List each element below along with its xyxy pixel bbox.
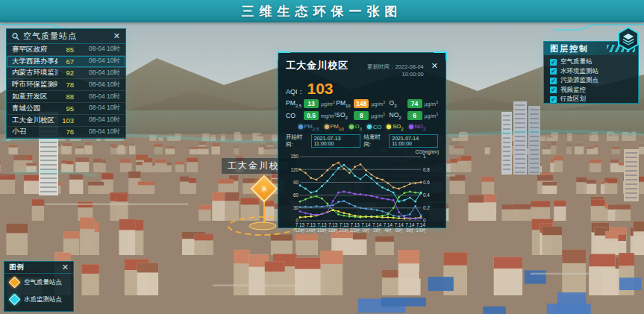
station-time: 08-04 10时 <box>74 128 120 136</box>
pollutant-unit: µg/m3 <box>371 100 384 107</box>
layer-label: 水环境监测站 <box>560 67 598 76</box>
station-row[interactable]: 如意开发区8808-04 10时 <box>7 91 125 103</box>
svg-text:7.142时: 7.142时 <box>372 222 382 233</box>
map-legend-label: 水质监测站点 <box>24 295 62 304</box>
legend-item[interactable]: CO <box>367 123 381 131</box>
pollutant-value-badge: 6 <box>407 111 422 120</box>
update-time-label: 更新时间： <box>367 63 396 70</box>
checkbox-icon[interactable]: ✓ <box>550 68 557 75</box>
time-range-row: 开始时间: 2021-07-13 11:00:00 结束时间: 2021-07-… <box>286 134 438 148</box>
svg-text:150: 150 <box>290 154 298 159</box>
update-time: 更新时间：2022-08-04 10:00:00 <box>348 63 424 78</box>
map-legend-panel: 图例 ✕ 空气质量站点水质监测站点 <box>4 261 74 312</box>
checkbox-icon[interactable]: ✓ <box>550 96 557 103</box>
station-row[interactable]: 内蒙古环境监测站9208-04 10时 <box>7 68 125 80</box>
windmill-glyph: ✳ <box>260 184 269 194</box>
popup-header: 工大金川校区 更新时间：2022-08-04 10:00:00 ✕ <box>286 59 438 78</box>
pollutant-cell: CO0.5mg/m3 <box>286 111 336 120</box>
pollutant-cell: NO26µg/m3 <box>390 111 438 120</box>
svg-text:60: 60 <box>293 192 299 197</box>
svg-text:7.148时: 7.148时 <box>405 222 415 233</box>
end-time-input[interactable]: 2021-07-14 11:00:00 <box>389 134 438 148</box>
layer-toggle-row[interactable]: ✓视频监控 <box>550 86 632 95</box>
layer-toggle-row[interactable]: ✓行政区划 <box>550 95 632 104</box>
svg-text:7.1318时: 7.1318时 <box>328 222 338 233</box>
station-row[interactable]: 赛罕区政府8508-04 10时 <box>7 44 125 56</box>
station-row[interactable]: 工大金川校区10308-04 10时 <box>7 115 125 127</box>
app-header: 三维生态环保一张图 <box>0 0 644 22</box>
map-legend-header: 图例 ✕ <box>4 262 73 274</box>
close-icon[interactable]: ✕ <box>431 62 438 70</box>
close-icon[interactable]: ✕ <box>113 32 120 40</box>
station-row[interactable]: 小召7608-04 10时 <box>7 127 125 139</box>
pollutant-name: O3 <box>390 99 407 108</box>
checkbox-icon[interactable]: ✓ <box>550 59 557 66</box>
station-name: 赛罕区政府 <box>12 45 57 54</box>
station-aqi-value: 88 <box>57 92 74 101</box>
pollutant-unit: µg/m3 <box>425 112 438 119</box>
aqi-value: 103 <box>307 80 334 98</box>
layer-rows: ✓空气质量站✓水环境监测站✓污染源监测点✓视频监控✓行政区划 <box>544 55 638 107</box>
legend-item[interactable]: O3 <box>349 123 362 131</box>
legend-dot <box>349 125 354 129</box>
aqi-readout: AQI： 103 <box>286 80 438 98</box>
legend-dot <box>298 125 303 129</box>
station-rows: 赛罕区政府8508-04 10时大学西路办事处6708-04 10时内蒙古环境监… <box>7 44 125 138</box>
map-legend-item[interactable]: 水质监测站点 <box>4 291 73 308</box>
pollutant-value-badge: 0.5 <box>304 111 319 120</box>
legend-item[interactable]: SO2 <box>387 123 403 131</box>
svg-text:7.1410时: 7.1410时 <box>416 222 425 233</box>
layer-label: 空气质量站 <box>560 57 593 66</box>
station-time: 08-04 10时 <box>74 104 120 113</box>
aqi-label: AQI： <box>286 87 304 97</box>
layer-toggle-row[interactable]: ✓空气质量站 <box>550 57 632 67</box>
pollutant-name: SO2 <box>336 111 354 120</box>
pollutant-trend-chart: 030609012015000.20.40.60.81CO(mg/m³)7.13… <box>286 150 440 238</box>
station-aqi-value: 78 <box>57 81 74 89</box>
layer-toggle-row[interactable]: ✓污染源监测点 <box>550 76 632 86</box>
layers-hexagon-icon[interactable] <box>617 27 640 54</box>
close-icon[interactable]: ✕ <box>62 263 69 271</box>
start-time-input[interactable]: 2021-07-13 11:00:00 <box>311 134 360 148</box>
station-time: 08-04 10时 <box>74 57 120 66</box>
svg-text:1: 1 <box>423 154 426 159</box>
pollutant-unit: µg/m3 <box>425 100 438 107</box>
station-row[interactable]: 青城公园9508-04 10时 <box>7 103 125 115</box>
layer-toggle-row[interactable]: ✓水环境监测站 <box>550 67 632 77</box>
pollutant-unit: µg/m3 <box>371 112 384 119</box>
station-aqi-value: 103 <box>57 116 74 125</box>
station-time: 08-04 10时 <box>74 92 120 101</box>
svg-text:0.8: 0.8 <box>423 166 430 172</box>
legend-item[interactable]: PM10 <box>325 123 344 131</box>
legend-label: CO <box>373 124 381 131</box>
station-name: 小召 <box>12 127 57 136</box>
legend-item[interactable]: PM2.5 <box>298 123 319 131</box>
station-row[interactable]: 大学西路办事处6708-04 10时 <box>7 56 125 68</box>
svg-text:0.2: 0.2 <box>423 205 430 210</box>
station-list-panel: 空气质量站点 ✕ 赛罕区政府8508-04 10时大学西路办事处6708-04 … <box>6 28 126 139</box>
start-time-label: 开始时间: <box>286 134 307 148</box>
checkbox-icon[interactable]: ✓ <box>550 87 557 93</box>
station-list-header: 空气质量站点 ✕ <box>7 29 125 44</box>
legend-item[interactable]: NO2 <box>409 123 426 131</box>
station-aqi-value: 76 <box>57 128 74 136</box>
pollutant-name: NO2 <box>390 111 407 120</box>
station-row[interactable]: 呼市环保监测站7808-04 10时 <box>7 79 125 91</box>
station-time: 08-04 10时 <box>74 69 120 78</box>
legend-dot <box>367 125 372 129</box>
checkbox-icon[interactable]: ✓ <box>550 78 557 84</box>
station-name: 工大金川校区 <box>12 116 57 125</box>
station-time: 08-04 10时 <box>74 45 120 54</box>
station-name: 内蒙古环境监测站 <box>12 68 57 78</box>
map-legend-item[interactable]: 空气质量站点 <box>4 274 73 291</box>
svg-text:7.1312时: 7.1312时 <box>295 222 304 233</box>
pollutant-unit: mg/m3 <box>321 112 336 119</box>
svg-text:30: 30 <box>293 205 299 210</box>
pollutant-unit: µg/m3 <box>321 100 334 107</box>
pollutant-value-badge: 74 <box>407 99 422 108</box>
legend-label: SO2 <box>393 123 403 131</box>
legend-label: NO2 <box>415 123 426 131</box>
pollutant-value-badge: 148 <box>354 99 369 108</box>
search-icon <box>12 33 19 40</box>
station-aqi-value: 67 <box>57 57 74 66</box>
